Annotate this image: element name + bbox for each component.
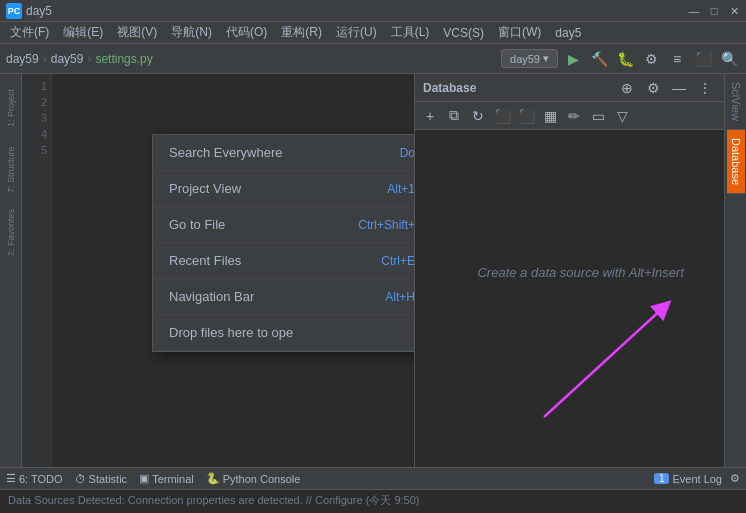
db-edit-btn[interactable]: ✏ — [563, 105, 585, 127]
debug-button[interactable]: 🐛 — [614, 48, 636, 70]
toolbar: day59 › day59 › settings.py day59 ▾ ▶ 🔨 … — [0, 44, 746, 74]
svg-line-1 — [544, 307, 664, 417]
db-minimize-btn[interactable]: — — [668, 77, 690, 99]
breadcrumb-file[interactable]: settings.py — [95, 52, 152, 66]
sidebar-tab-project-label: 1: Project — [6, 89, 16, 127]
line-num-1: 1 — [41, 78, 47, 94]
status-settings[interactable]: ⚙ — [730, 472, 740, 485]
statistic-icon: ⏱ — [75, 473, 86, 485]
stop-button[interactable]: ⬛ — [692, 48, 714, 70]
terminal-label: Terminal — [152, 473, 194, 485]
db-schema-btn[interactable]: ⬛ — [491, 105, 513, 127]
menu-view[interactable]: 视图(V) — [111, 22, 163, 43]
right-tab-strip: SciView Database — [724, 74, 746, 467]
breadcrumb-day59-2[interactable]: day59 — [51, 52, 84, 66]
main-area: 1: Project 7: Structure 2: Favorites 1 2… — [0, 74, 746, 467]
create-datasource-hint: Create a data source with Alt+Insert — [477, 265, 684, 280]
sidebar-tab-structure[interactable]: 7: Structure — [1, 140, 21, 200]
terminal-icon: ▣ — [139, 472, 149, 485]
database-panel-header: Database ⊕ ⚙ — ⋮ — [415, 74, 724, 102]
run-config-dropdown[interactable]: day59 ▾ — [501, 49, 558, 68]
minimize-button[interactable]: — — [688, 5, 700, 17]
right-tab-database[interactable]: Database — [727, 130, 745, 194]
python-icon: 🐍 — [206, 472, 220, 485]
navigate-search-everywhere-shortcut: Do — [400, 146, 414, 160]
status-todo[interactable]: ☰ 6: TODO — [6, 472, 63, 485]
db-stop-btn[interactable]: ⬛ — [515, 105, 537, 127]
title-bar-left: PC day5 — [6, 3, 52, 19]
close-button[interactable]: ✕ — [728, 5, 740, 17]
navigate-recent-files[interactable]: Recent Files Ctrl+E — [153, 243, 414, 279]
right-tab-sciview[interactable]: SciView — [727, 74, 745, 130]
menu-run[interactable]: 运行(U) — [330, 22, 383, 43]
notification-text: Data Sources Detected: Connection proper… — [8, 493, 420, 508]
navigate-drop-files-label: Drop files here to ope — [169, 325, 293, 340]
sidebar-tab-favorites[interactable]: 2: Favorites — [1, 202, 21, 262]
db-refresh-btn[interactable]: ↻ — [467, 105, 489, 127]
event-log-label: Event Log — [672, 473, 722, 485]
navigate-go-to-file[interactable]: Go to File Ctrl+Shift+ — [153, 207, 414, 243]
navigate-navigation-bar-label: Navigation Bar — [169, 289, 254, 304]
status-bar: ☰ 6: TODO ⏱ Statistic ▣ Terminal 🐍 Pytho… — [0, 467, 746, 489]
db-view-btn[interactable]: ▭ — [587, 105, 609, 127]
menu-vcs[interactable]: VCS(S) — [437, 24, 490, 42]
db-new-btn[interactable]: + — [419, 105, 441, 127]
build-button[interactable]: 🔨 — [588, 48, 610, 70]
toolbar-right: day59 ▾ ▶ 🔨 🐛 ⚙ ≡ ⬛ 🔍 — [501, 48, 740, 70]
navigate-project-view-label: Project View — [169, 181, 241, 196]
navigate-go-to-file-label: Go to File — [169, 217, 225, 232]
search-everywhere-button[interactable]: 🔍 — [718, 48, 740, 70]
status-terminal[interactable]: ▣ Terminal — [139, 472, 194, 485]
breadcrumb-day59-1[interactable]: day59 — [6, 52, 39, 66]
run-config-label: day59 — [510, 53, 540, 65]
navigate-search-everywhere-label: Search Everywhere — [169, 145, 282, 160]
db-add-datasource-btn[interactable]: ⊕ — [616, 77, 638, 99]
status-statistic[interactable]: ⏱ Statistic — [75, 473, 128, 485]
menu-tools[interactable]: 工具(L) — [385, 22, 436, 43]
db-properties-btn[interactable]: ⚙ — [642, 77, 664, 99]
database-panel-title: Database — [423, 81, 612, 95]
line-num-2: 2 — [41, 94, 47, 110]
navigate-recent-files-label: Recent Files — [169, 253, 241, 268]
app-icon: PC — [6, 3, 22, 19]
db-table-btn[interactable]: ▦ — [539, 105, 561, 127]
title-bar-controls[interactable]: — □ ✕ — [688, 5, 740, 17]
navigate-go-to-file-shortcut: Ctrl+Shift+ — [358, 218, 414, 232]
navigate-drop-files[interactable]: Drop files here to ope — [153, 315, 414, 351]
navigate-project-view-shortcut: Alt+1 — [387, 182, 414, 196]
status-python-console[interactable]: 🐍 Python Console — [206, 472, 301, 485]
editor-area: 1 2 3 4 5 Search Everywhere Do Project V… — [22, 74, 414, 467]
title-bar-text: day5 — [26, 4, 52, 18]
menu-day5[interactable]: day5 — [549, 24, 587, 42]
run-button[interactable]: ▶ — [562, 48, 584, 70]
db-options-btn[interactable]: ⋮ — [694, 77, 716, 99]
menu-file[interactable]: 文件(F) — [4, 22, 55, 43]
navigate-project-view[interactable]: Project View Alt+1 — [153, 171, 414, 207]
db-copy-btn[interactable]: ⧉ — [443, 105, 465, 127]
maximize-button[interactable]: □ — [708, 5, 720, 17]
settings-icon: ⚙ — [730, 472, 740, 485]
sidebar-tab-project[interactable]: 1: Project — [1, 78, 21, 138]
menu-bar: 文件(F) 编辑(E) 视图(V) 导航(N) 代码(O) 重构(R) 运行(U… — [0, 22, 746, 44]
statistic-label: Statistic — [89, 473, 128, 485]
profile-button[interactable]: ≡ — [666, 48, 688, 70]
status-event-log[interactable]: 1 Event Log — [654, 473, 722, 485]
line-numbers: 1 2 3 4 5 — [22, 74, 52, 467]
menu-edit[interactable]: 编辑(E) — [57, 22, 109, 43]
right-tab-sciview-label: SciView — [730, 82, 742, 121]
navigate-navigation-bar-shortcut: Alt+H — [385, 290, 414, 304]
database-panel-toolbar: + ⧉ ↻ ⬛ ⬛ ▦ ✏ ▭ ▽ — [415, 102, 724, 130]
navigate-navigation-bar[interactable]: Navigation Bar Alt+H — [153, 279, 414, 315]
database-panel-content: Create a data source with Alt+Insert — [415, 130, 724, 467]
line-num-5: 5 — [41, 142, 47, 158]
db-filter-btn[interactable]: ▽ — [611, 105, 633, 127]
event-log-badge: 1 — [654, 473, 670, 484]
coverage-button[interactable]: ⚙ — [640, 48, 662, 70]
menu-navigate[interactable]: 导航(N) — [165, 22, 218, 43]
navigate-search-everywhere[interactable]: Search Everywhere Do — [153, 135, 414, 171]
breadcrumb-sep-2: › — [87, 52, 91, 66]
title-bar: PC day5 — □ ✕ — [0, 0, 746, 22]
menu-refactor[interactable]: 重构(R) — [275, 22, 328, 43]
menu-window[interactable]: 窗口(W) — [492, 22, 547, 43]
menu-code[interactable]: 代码(O) — [220, 22, 273, 43]
